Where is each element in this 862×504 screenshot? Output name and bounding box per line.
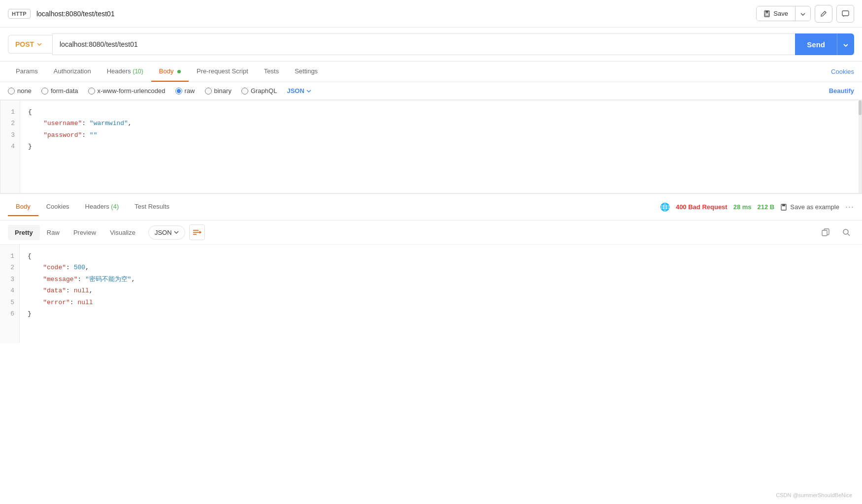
pretty-label: Pretty <box>15 229 33 236</box>
method-label: POST <box>15 40 34 48</box>
tab-settings[interactable]: Settings <box>287 62 326 82</box>
option-form-data[interactable]: form-data <box>41 87 78 94</box>
visualize-label: Visualize <box>110 229 135 236</box>
send-dropdown-button[interactable] <box>837 33 854 55</box>
save-button[interactable]: Save <box>757 6 795 21</box>
tab-headers[interactable]: Headers (10) <box>99 62 151 82</box>
tab-authorization[interactable]: Authorization <box>46 62 99 82</box>
radio-x-www[interactable] <box>88 88 95 94</box>
beautify-label: Beautify <box>829 87 854 94</box>
line-num: 4 <box>5 141 15 152</box>
top-actions: Save <box>756 5 854 23</box>
resp-actions <box>818 224 854 240</box>
x-www-label: x-www-form-urlencoded <box>98 87 166 94</box>
tab-settings-label: Settings <box>295 67 318 75</box>
watermark-text: CSDN @summerShouldBeNice <box>776 492 852 498</box>
save-dropdown-button[interactable] <box>795 6 810 21</box>
form-data-label: form-data <box>51 87 78 94</box>
send-button-group: Send <box>795 33 854 55</box>
comment-icon <box>842 10 849 17</box>
resp-sub-tab-raw[interactable]: Raw <box>40 225 66 240</box>
option-binary[interactable]: binary <box>205 87 232 94</box>
beautify-button[interactable]: Beautify <box>829 87 854 94</box>
resp-status-bar: 🌐 400 Bad Request 28 ms 212 B Save as ex… <box>660 202 854 212</box>
tab-prerequest[interactable]: Pre-request Script <box>189 62 256 82</box>
option-none[interactable]: none <box>8 87 32 94</box>
resp-json-chevron-icon <box>174 231 179 234</box>
scrollbar-thumb[interactable] <box>859 100 862 115</box>
resp-sub-tab-visualize[interactable]: Visualize <box>103 225 142 240</box>
save-example-button[interactable]: Save as example <box>780 203 839 211</box>
resp-tab-cookies[interactable]: Cookies <box>38 198 77 216</box>
method-select[interactable]: POST <box>8 35 52 54</box>
request-code-content[interactable]: { "username": "warmwind", "password": ""… <box>20 100 859 193</box>
globe-icon: 🌐 <box>660 202 670 212</box>
response-code-content[interactable]: { "code": 500, "message": "密码不能为空", "dat… <box>20 245 862 343</box>
save-example-label: Save as example <box>790 203 839 211</box>
tab-params-label: Params <box>16 67 38 75</box>
watermark: CSDN @summerShouldBeNice <box>776 492 852 498</box>
request-tabs: Params Authorization Headers (10) Body P… <box>0 62 862 82</box>
save-example-icon <box>780 204 787 211</box>
resp-body-label: Body <box>16 203 31 210</box>
save-icon <box>763 10 770 17</box>
response-line-numbers: 1 2 3 4 5 6 <box>0 245 20 343</box>
save-button-group: Save <box>756 6 811 21</box>
json-chevron-icon <box>306 90 311 93</box>
preview-label: Preview <box>73 229 96 236</box>
resp-line-num: 6 <box>5 308 14 319</box>
copy-icon <box>822 228 829 236</box>
more-options-button[interactable]: ··· <box>845 202 854 212</box>
edit-button[interactable] <box>815 5 832 23</box>
resp-status: 400 Bad Request <box>676 203 728 211</box>
tab-body[interactable]: Body <box>151 62 189 82</box>
resp-test-results-label: Test Results <box>134 203 169 210</box>
radio-form-data[interactable] <box>41 88 48 94</box>
url-input[interactable] <box>52 33 795 55</box>
resp-tab-headers[interactable]: Headers (4) <box>77 198 127 216</box>
option-x-www[interactable]: x-www-form-urlencoded <box>88 87 166 94</box>
comment-button[interactable] <box>836 5 854 23</box>
line-num: 2 <box>5 118 15 129</box>
tab-authorization-label: Authorization <box>54 67 91 75</box>
json-format-select[interactable]: JSON <box>287 87 311 94</box>
cookies-link[interactable]: Cookies <box>831 62 854 81</box>
svg-rect-3 <box>842 11 849 16</box>
copy-button[interactable] <box>818 224 833 240</box>
request-line-numbers: 1 2 3 4 <box>0 100 20 193</box>
radio-graphql[interactable] <box>241 88 248 94</box>
resp-tab-test-results[interactable]: Test Results <box>127 198 177 216</box>
wrap-button[interactable] <box>189 224 205 240</box>
option-graphql[interactable]: GraphQL <box>241 87 277 94</box>
resp-line-num: 5 <box>5 297 14 308</box>
method-chevron-icon <box>37 43 42 46</box>
tab-tests[interactable]: Tests <box>256 62 287 82</box>
radio-raw[interactable] <box>175 88 182 94</box>
resp-json-select[interactable]: JSON <box>148 225 185 240</box>
tab-prerequest-label: Pre-request Script <box>197 67 248 75</box>
radio-none[interactable] <box>8 88 15 94</box>
editor-scrollbar[interactable] <box>859 100 862 193</box>
resp-line-num: 2 <box>5 262 14 273</box>
search-icon <box>842 228 850 236</box>
binary-label: binary <box>214 87 232 94</box>
resp-sub-tab-pretty[interactable]: Pretty <box>8 225 40 240</box>
none-label: none <box>17 87 32 94</box>
tab-headers-label: Headers (10) <box>107 67 143 75</box>
option-raw[interactable]: raw <box>175 87 195 94</box>
search-button[interactable] <box>838 224 854 240</box>
resp-json-label: JSON <box>155 229 172 236</box>
top-url-title: localhost:8080/test/test01 <box>36 10 750 18</box>
resp-tab-body[interactable]: Body <box>8 198 38 216</box>
response-sub-tabs: Pretty Raw Preview Visualize JSON <box>0 220 862 245</box>
save-label: Save <box>773 10 788 17</box>
tab-params[interactable]: Params <box>8 62 46 82</box>
line-num: 1 <box>5 106 15 118</box>
resp-sub-tab-preview[interactable]: Preview <box>66 225 103 240</box>
body-options: none form-data x-www-form-urlencoded raw… <box>0 82 862 100</box>
graphql-label: GraphQL <box>251 87 277 94</box>
resp-time: 28 ms <box>733 203 752 211</box>
url-bar: POST Send <box>0 28 862 62</box>
send-button[interactable]: Send <box>795 33 837 55</box>
radio-binary[interactable] <box>205 88 212 94</box>
